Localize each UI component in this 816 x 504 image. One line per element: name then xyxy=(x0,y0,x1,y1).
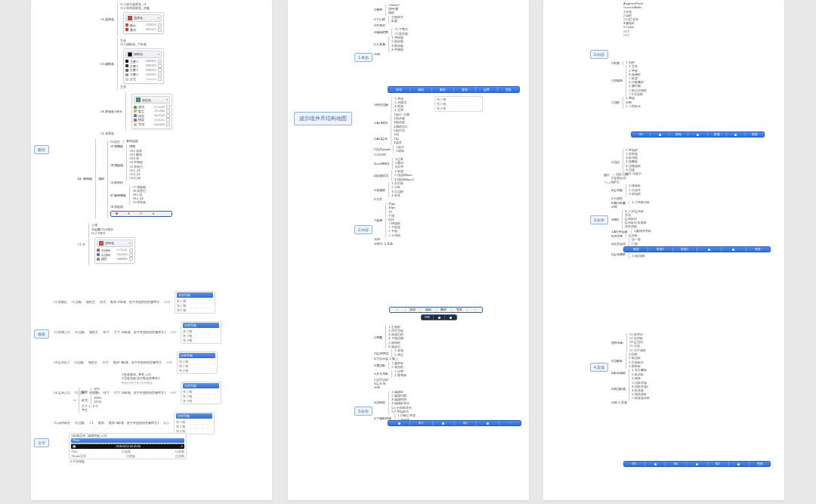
segmented-toolbar-dark[interactable]: #000 xyxy=(421,314,457,320)
branch: 5.工具条1.单纯版2.组合版3.联动版4.单独版 xyxy=(374,36,524,52)
toolbar-segment[interactable]: 编辑 xyxy=(410,87,432,92)
toolbar-segment[interactable] xyxy=(434,315,446,320)
toolbar-segment[interactable]: 更多 xyxy=(498,87,519,92)
calendar-icon[interactable]: 📅 xyxy=(73,445,76,448)
toolbar-segment[interactable]: 标1 xyxy=(666,462,687,466)
spec-row: #1.快捷区#1.挡板规格主样式数值: 8标准，应于开放的信息管理方示例分页导航… xyxy=(54,290,267,314)
swatch-row: 悬停 #d92e22 xyxy=(125,28,162,32)
branch-label: 1.Av1钮扣 xyxy=(374,121,388,125)
copy-icon[interactable] xyxy=(158,64,162,68)
p3-toolbar-mid[interactable]: 保存标签1标签2更多 xyxy=(623,246,771,252)
toolbar-segment[interactable] xyxy=(477,421,499,425)
branch: 1.Av1钮扣1.固行 全景2.指示版3.组合版4.测框挡工5.稳行挡 xyxy=(374,113,524,133)
branch: 4.双挡标选1.绿体2.挡标开选3.挡标开选24.标先选5.指先选标#.标反选示… xyxy=(611,377,780,400)
spec-sample-box: 分页导航第 1 项·第 2 项·第 3 项· xyxy=(177,351,218,374)
branch-label: 4.测挡标 xyxy=(374,363,385,367)
toolbar-segment[interactable] xyxy=(688,132,707,137)
leaf: 6.分页 xyxy=(374,198,524,202)
toolbar-segment[interactable]: #01 xyxy=(624,462,645,466)
toolbar-segment[interactable]: 更多 xyxy=(746,132,764,137)
copy-icon[interactable] xyxy=(158,60,162,63)
toolbar-segment[interactable] xyxy=(727,132,746,137)
toolbar-segment[interactable] xyxy=(697,247,722,252)
copy-icon[interactable] xyxy=(158,68,162,72)
leaf: 示例卡 工具条 xyxy=(374,242,524,246)
toolbar-segment[interactable]: 删除 xyxy=(437,308,453,312)
toolbar-segment[interactable] xyxy=(388,421,410,425)
swatch-buttons: 按钮色▾ 主按钮#e74c3c 次按钮#3a7be0 线性#888888 xyxy=(94,237,135,264)
toolbar-segment[interactable]: 标1 xyxy=(410,421,432,425)
toolbar-segment[interactable]: 标签2 xyxy=(673,247,697,252)
branch-lines: 04. 装饰线 顶部 #1.左引 装饰圆线 #2.顶顺版 顶顺 #3.顶版线 #… xyxy=(78,139,269,218)
swatch-aux: 辅助色 ▾ 主要 1#000000 主要 2#333333 次要 1#66666… xyxy=(123,48,164,84)
toolbar-segment[interactable] xyxy=(645,462,666,466)
swatch-hex: #f23528 xyxy=(146,23,156,26)
toolbar-segment[interactable]: #000 xyxy=(422,315,434,320)
copy-icon[interactable] xyxy=(158,23,162,27)
branch: 示例28.上方/提示标字元提示标日提示标日 标准标按开启版 xyxy=(611,209,780,229)
color-chip xyxy=(128,52,132,57)
toolbar-segment[interactable] xyxy=(722,247,746,252)
p3-toolbar-bottom[interactable]: #01标1标2更多 xyxy=(623,461,771,467)
toolbar-segment[interactable]: 标签1 xyxy=(648,247,672,252)
page: 颜色 #1.品牌色 #1.1 波尔品牌色_#f #1.2 加深品牌色_深蓝 品牌… xyxy=(0,0,816,504)
branch: 3.标示选框1.左行兼标2.标折标 xyxy=(611,369,780,376)
branch-label: 7.选择 xyxy=(374,218,382,222)
branch: 5.筛选框1.分后标2.卡标3.右挡框4.补充 xyxy=(374,182,524,198)
leaf: 标题 xyxy=(391,20,403,23)
segmented-toolbar-light[interactable]: ←添加编辑删除更多→ xyxy=(389,307,483,313)
chevron-down-icon[interactable]: ▾ xyxy=(166,98,168,101)
toolbar-segment[interactable]: 复制 xyxy=(454,87,476,92)
chevron-down-icon[interactable]: ▾ xyxy=(158,53,159,56)
toolbar-segment[interactable] xyxy=(651,132,669,137)
swatch-brand: 品牌色 ▾ 默认 #f23528 悬停 #d92e22 xyxy=(123,12,164,35)
close-icon[interactable]: ✕ xyxy=(181,445,183,448)
copy-icon[interactable] xyxy=(158,73,162,76)
toolbar-segment[interactable] xyxy=(433,421,455,425)
toolbar-segment[interactable]: 删除 xyxy=(432,87,454,92)
toolbar-segment[interactable]: → xyxy=(499,421,521,425)
branch: 3.ca20钮扣1.正常2.悬停3.简单 xyxy=(374,158,524,170)
branch-label: 3.ca20钮扣 xyxy=(374,162,389,165)
toolbar-segment[interactable]: 保存 xyxy=(388,87,410,92)
section-3-badge: 3.操作 xyxy=(354,407,372,416)
small-table-sample: 第 1 项· 第 2 项· 第 3 项· xyxy=(434,96,483,112)
leaf: 示例 工具条 xyxy=(611,401,780,405)
branch-label: 4.编辑框带 xyxy=(374,30,388,34)
toolbar-segment[interactable]: 标2 xyxy=(708,462,729,466)
copy-icon[interactable] xyxy=(158,28,162,32)
toolbar-segment[interactable] xyxy=(729,462,750,466)
toolbar-segment[interactable]: 更多 xyxy=(746,247,770,252)
p3-toolbar-top[interactable]: #01保存标签更多 xyxy=(631,131,765,138)
copy-icon[interactable] xyxy=(158,77,162,81)
toolbar-segment[interactable]: 编辑 xyxy=(421,308,437,312)
toolbar-segment[interactable]: 更多 xyxy=(452,308,468,312)
toolbar-segment[interactable]: 保存 xyxy=(624,247,648,252)
toolbar-segment[interactable]: 标签 xyxy=(708,132,727,137)
toolbar-segment[interactable]: #01 xyxy=(632,132,651,137)
swatch-hex: #d92e22 xyxy=(145,28,156,31)
branch-label: 3.标示选框 xyxy=(611,371,626,375)
toolbar-segment[interactable] xyxy=(687,462,708,466)
branch-label: 5.工具条 xyxy=(374,42,385,46)
toolbar-segment[interactable]: 更多 xyxy=(750,462,770,466)
toolbar-segment[interactable] xyxy=(445,315,456,320)
toolbar-segment[interactable]: 设置 xyxy=(476,87,498,92)
leaf: #2.1 辅助色_下标准 xyxy=(120,43,164,47)
chevron-down-icon[interactable]: ▾ xyxy=(158,17,159,20)
toolbar-segment[interactable]: → xyxy=(468,308,483,312)
toolbar-segment[interactable]: 添加 xyxy=(406,308,422,312)
segmented-toolbar-primary[interactable]: 保存编辑删除复制设置更多 xyxy=(388,86,520,93)
swatch-header[interactable]: 辅助色 ▾ xyxy=(125,51,162,58)
mini-toolbar[interactable]: A B ▾ ⋯ xyxy=(110,211,172,217)
swatch-name: 默认 xyxy=(130,23,136,27)
branch-status-color: #3.常规色 1张卡 状态色▾ 成功#27ae60 警告#f2a33a 信息#3… xyxy=(100,92,269,131)
toolbar-segment[interactable]: 标2 xyxy=(455,421,477,425)
root-color-badge: 颜色 xyxy=(34,145,49,154)
leaf: #.工作框 xyxy=(388,233,400,237)
swatch-header[interactable]: 品牌色 ▾ xyxy=(125,14,162,22)
toolbar-segment[interactable]: 保存 xyxy=(669,132,688,137)
toolbar-segment[interactable]: ← xyxy=(390,308,406,312)
segmented-toolbar-dots[interactable]: 标1标2→ xyxy=(388,420,521,426)
branch-label: 4.提示版 xyxy=(611,188,623,192)
